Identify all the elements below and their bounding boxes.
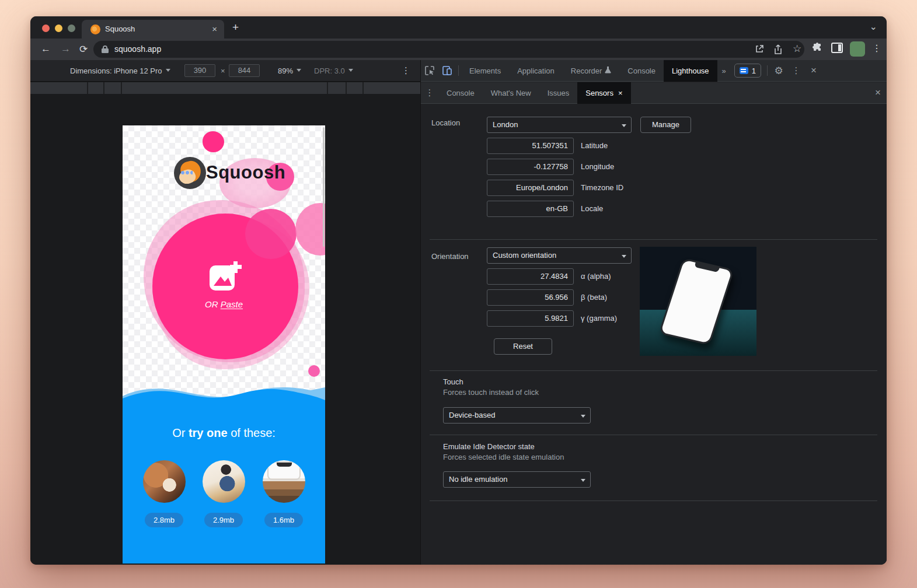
latitude-input[interactable]: 51.507351 [487, 138, 574, 154]
samples-headline: Or try one of these: [123, 426, 325, 440]
orientation-preview[interactable] [640, 247, 756, 356]
side-panel-icon[interactable] [831, 43, 843, 53]
tab-strip: Squoosh × + ⌄ [30, 16, 887, 38]
browser-window: Squoosh × + ⌄ ← → ⟳ squoosh.app ☆ ⋮ Dime… [30, 16, 887, 565]
sensors-tab-close-icon[interactable]: × [618, 89, 623, 97]
address-bar[interactable]: squoosh.app ☆ [93, 41, 804, 58]
zoom-select[interactable]: 89% [278, 66, 301, 75]
beta-label: β (beta) [581, 289, 607, 306]
ruler-tick [87, 82, 88, 94]
device-toolbar-toggle-icon[interactable] [438, 63, 456, 78]
share-icon[interactable] [773, 44, 783, 55]
browser-tab[interactable]: Squoosh × [82, 20, 224, 38]
alpha-label: α (alpha) [581, 268, 611, 285]
page-scrollbar[interactable] [323, 127, 325, 247]
more-tabs-icon[interactable]: » [717, 60, 731, 82]
drawer-tab-console[interactable]: Console [438, 82, 483, 104]
sample-artwork-illustration[interactable] [203, 460, 245, 503]
reload-icon[interactable]: ⟳ [79, 43, 88, 55]
timezone-input[interactable]: Europe/London [487, 180, 574, 196]
longitude-input[interactable]: -0.127758 [487, 159, 574, 175]
tab-elements[interactable]: Elements [461, 60, 509, 82]
samples-section: Or try one of these: 2.8mb 2.9mb 1.6mb [123, 404, 325, 564]
viewport-width-input[interactable]: 390 [184, 64, 215, 77]
device-ruler [30, 82, 420, 94]
feedback-chat-badge[interactable]: 1 [734, 64, 761, 78]
new-tab-button[interactable]: + [232, 21, 239, 34]
touch-title: Touch [443, 377, 463, 386]
section-separator [430, 501, 877, 501]
locale-input[interactable]: en-GB [487, 201, 574, 217]
decor-blob-top-right [245, 209, 297, 259]
forward-icon[interactable]: → [61, 43, 71, 55]
devtools-tab-bar: Elements Application Recorder Console Li… [421, 60, 887, 82]
viewport-height-input[interactable]: 844 [229, 64, 260, 77]
drawer-tab-bar: ⋮ Console What's New Issues Sensors× × [421, 82, 887, 104]
maximize-window-button[interactable] [68, 24, 75, 32]
touch-subtitle: Forces touch instead of click [443, 388, 539, 397]
close-window-button[interactable] [42, 24, 50, 32]
decor-blob-right [295, 203, 325, 256]
location-preset-select[interactable]: London [487, 117, 632, 133]
gamma-input[interactable]: 5.9821 [487, 310, 574, 327]
phone-notch [694, 262, 720, 272]
sample-red-panda-photo[interactable] [143, 460, 186, 503]
device-select[interactable]: Dimensions: iPhone 12 Pro [70, 66, 170, 75]
tab-close-icon[interactable]: × [212, 24, 217, 34]
open-in-new-icon[interactable] [755, 44, 764, 54]
orientation-preset-select[interactable]: Custom orientation [487, 247, 632, 264]
paste-link[interactable]: Paste [221, 299, 243, 309]
devtools-close-icon[interactable]: × [805, 63, 822, 78]
devtools-settings-icon[interactable]: ⚙ [770, 63, 787, 78]
minimize-window-button[interactable] [55, 24, 62, 32]
tab-console[interactable]: Console [619, 60, 664, 82]
profile-avatar[interactable] [850, 41, 865, 57]
touch-select[interactable]: Device-based [443, 407, 591, 424]
reset-button[interactable]: Reset [494, 338, 552, 355]
sample-size-badge: 1.6mb [264, 513, 303, 527]
decor-pink-dot [203, 131, 224, 152]
app-viewport: Squoosh OR Paste Or [123, 125, 325, 564]
latitude-label: Latitude [581, 138, 608, 154]
sample-size-badge: 2.8mb [145, 513, 183, 527]
devtools-menu-icon[interactable]: ⋮ [787, 63, 805, 78]
alpha-input[interactable]: 27.4834 [487, 268, 574, 285]
idle-title: Emulate Idle Detector state [443, 442, 535, 451]
manage-button[interactable]: Manage [640, 117, 691, 133]
ruler-tick [103, 82, 104, 94]
drawer-menu-icon[interactable]: ⋮ [421, 85, 438, 100]
drawer-tab-sensors[interactable]: Sensors× [577, 82, 630, 104]
device-toolbar-menu-icon[interactable]: ⋮ [402, 65, 410, 76]
squoosh-logo-icon [174, 157, 206, 189]
idle-select[interactable]: No idle emulation [443, 471, 591, 488]
emulation-pane: Dimensions: iPhone 12 Pro 390 × 844 89% … [30, 60, 420, 565]
tab-lighthouse[interactable]: Lighthouse [664, 60, 717, 82]
drawer-tab-whats-new[interactable]: What's New [483, 82, 539, 104]
orientation-label: Orientation [431, 252, 469, 261]
caret-down-icon [348, 69, 353, 74]
squoosh-logo: Squoosh [123, 156, 325, 191]
devtools-pane: Elements Application Recorder Console Li… [420, 60, 887, 565]
tab-search-chevron-icon[interactable]: ⌄ [870, 21, 877, 32]
dpr-select[interactable]: DPR: 3.0 [314, 66, 353, 75]
chat-count: 1 [752, 66, 756, 75]
drawer-close-icon[interactable]: × [869, 85, 887, 100]
back-icon[interactable]: ← [41, 43, 51, 55]
beta-input[interactable]: 56.956 [487, 289, 574, 306]
ruler-tick [346, 82, 347, 94]
sample-phone-screenshot[interactable] [263, 460, 305, 503]
or-paste-label: OR Paste [123, 299, 325, 309]
bookmark-star-icon[interactable]: ☆ [793, 43, 801, 55]
add-image-icon[interactable] [208, 260, 243, 295]
decor-pink-dot-small [308, 365, 320, 377]
device-toolbar: Dimensions: iPhone 12 Pro 390 × 844 89% … [30, 60, 420, 82]
tab-recorder[interactable]: Recorder [563, 60, 619, 82]
tab-application[interactable]: Application [509, 60, 563, 82]
inspect-element-icon[interactable] [421, 63, 438, 78]
lock-icon [102, 45, 109, 54]
drawer-tab-issues[interactable]: Issues [539, 82, 578, 104]
sensors-panel: Location London Manage 51.507351 Latitud… [421, 104, 887, 565]
extensions-puzzle-icon[interactable] [811, 43, 823, 54]
dimensions-separator: × [221, 66, 225, 75]
browser-menu-icon[interactable]: ⋮ [872, 43, 881, 54]
